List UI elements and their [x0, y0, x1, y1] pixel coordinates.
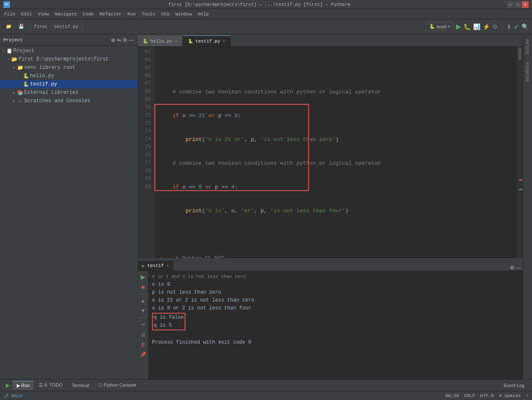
git-push-status[interactable]: ↑ — [526, 393, 529, 398]
menu-refactor[interactable]: Refactor — [97, 11, 124, 18]
menu-help[interactable]: Help — [195, 11, 211, 18]
footer-event-log-label: Event Log — [504, 383, 524, 388]
code-line-69 — [160, 231, 512, 239]
run-scroll-up[interactable]: ▲ — [139, 297, 147, 305]
footer-todo-tab[interactable]: ☰ 6: TODO — [35, 381, 67, 390]
breadcrumb-file[interactable]: testif.py — [54, 24, 79, 29]
run-options-button[interactable]: ⚙ — [492, 23, 498, 30]
run-wrap-button[interactable]: ↩ — [139, 320, 147, 329]
tab-testif-close[interactable]: ✕ — [223, 39, 225, 44]
line-separator[interactable]: CRLF — [464, 393, 475, 398]
debug-button[interactable]: 🐛 — [464, 23, 471, 30]
menu-navigate[interactable]: Navigate — [52, 11, 79, 18]
breadcrumb-first[interactable]: first — [34, 24, 48, 29]
footer-bar: ▶ ▶ Run ☰ 6: TODO Terminal ⬡ Python Cons… — [0, 379, 532, 391]
output-line-9: Process finished with exit code 0 — [152, 339, 519, 347]
footer-console-tab[interactable]: ⬡ Python Console — [94, 381, 141, 390]
menu-vcs[interactable]: VCS — [159, 11, 172, 18]
menu-code[interactable]: Code — [80, 11, 96, 18]
tab-hello-close[interactable]: ✕ — [175, 39, 177, 44]
menu-edit[interactable]: Edit — [18, 11, 34, 18]
footer-event-log-tab[interactable]: Event Log — [499, 381, 529, 390]
output-line-highlight-wrapper: q is false q is 5 — [152, 313, 185, 330]
run-print-button[interactable]: 🖨 — [139, 330, 147, 339]
run-tab-close[interactable]: ✕ — [166, 264, 168, 268]
toolbar-divider2 — [139, 317, 147, 318]
run-pin-button[interactable]: 📌 — [139, 350, 147, 359]
run-clear-button[interactable]: 🗑 — [139, 340, 147, 349]
footer-todo-label: ☰ 6: TODO — [39, 382, 63, 388]
indent-status[interactable]: 4 spaces — [499, 393, 521, 398]
vcs-update-button[interactable]: ⬇ — [507, 23, 512, 30]
run-scroll-down[interactable]: ▼ — [139, 307, 147, 315]
menu-view[interactable]: View — [35, 11, 51, 18]
search-everywhere-button[interactable]: 🔍 — [522, 23, 529, 30]
menu-file[interactable]: File — [2, 11, 18, 18]
menu-tools[interactable]: Tools — [139, 11, 158, 18]
bottom-settings-button[interactable]: ⚙ — [510, 265, 514, 271]
footer-terminal-tab[interactable]: Terminal — [68, 381, 94, 390]
menu-window[interactable]: Window — [173, 11, 195, 18]
tree-item-hello[interactable]: 🐍 hello.py — [0, 72, 137, 80]
code-line-64: if o == 21 or p >= 0: — [160, 112, 512, 120]
run-button[interactable]: ▶ — [456, 23, 461, 30]
panel-locate-button[interactable]: ⊕ — [111, 37, 115, 43]
footer-run-tab[interactable]: ▶ Run — [13, 381, 34, 390]
toolbar-separator-2 — [82, 23, 82, 31]
breadcrumb-arrow: › — [49, 24, 52, 29]
panel-settings-button[interactable]: ⚙ — [123, 37, 127, 43]
database-tab[interactable]: Database — [524, 58, 531, 85]
tree-item-venv[interactable]: ▶ 📁 venv library root — [0, 63, 137, 72]
code-line-70: ⊖ # Python IF NOT — [160, 254, 512, 258]
folder-first-icon: 📂 — [11, 56, 18, 63]
bottom-panel: ▶ testif ✕ ⚙ — ▶ ■ ▲ ▼ ↩ — [138, 258, 523, 379]
code-line-65: print('o is 21 or', p, 'is not less than… — [160, 136, 512, 143]
status-bar: ⎇ main 80:20 CRLF UTF-8 4 spaces ↑ — [0, 391, 532, 400]
output-line-6: q is false — [154, 314, 184, 322]
run-restart-button[interactable]: ▶ — [139, 273, 147, 281]
tree-label-venv: venv library root — [24, 65, 75, 70]
scview-tab[interactable]: SCView — [524, 36, 531, 58]
file-tree: ▾ 📋 Project ▾ 📂 first D:\pycharmprojects… — [0, 46, 137, 379]
project-sidebar: Project ⊕ ⇋ ⚙ — ▾ 📋 Project ▾ 📂 first D:… — [0, 34, 138, 379]
cursor-position[interactable]: 80:20 — [445, 393, 459, 398]
panel-collapse-button[interactable]: ⇋ — [117, 37, 121, 43]
window-controls: ─ □ ✕ — [507, 1, 529, 8]
file-testif-icon: 🐍 — [23, 81, 29, 88]
editor-content[interactable]: 63 64 65 66 67 68 69 70 71 72 73 74 75 7… — [138, 47, 523, 258]
tree-item-project[interactable]: ▾ 📋 Project — [0, 47, 137, 55]
panel-minimize-button[interactable]: — — [129, 37, 134, 43]
encoding[interactable]: UTF-8 — [480, 393, 494, 398]
editor-scrollbar[interactable] — [517, 47, 523, 258]
profile-button[interactable]: ⚡ — [483, 23, 490, 30]
footer-terminal-label: Terminal — [72, 383, 89, 388]
tree-item-first[interactable]: ▾ 📂 first D:\pycharmprojects\first — [0, 55, 137, 63]
git-branch-status[interactable]: ⎇ main — [3, 393, 23, 398]
tab-testif[interactable]: 🐍 testif.py ✕ — [183, 35, 231, 46]
file-hello-icon: 🐍 — [23, 73, 29, 79]
left-footer-tabs: ▶ ▶ Run ☰ 6: TODO Terminal ⬡ Python Cons… — [3, 381, 140, 390]
code-editor[interactable]: # combine two boolean conditions with py… — [155, 47, 517, 258]
menu-run[interactable]: Run — [125, 11, 138, 18]
tab-hello[interactable]: 🐍 hello.py ✕ — [138, 35, 183, 46]
bottom-minimize-button[interactable]: — — [516, 265, 521, 271]
coverage-button[interactable]: 📊 — [473, 23, 480, 30]
run-stop-button[interactable]: ■ — [139, 283, 147, 291]
tree-item-scratches[interactable]: ▶ ✏️ Scratches and Consoles — [0, 97, 137, 105]
vcs-commit-button[interactable]: ✔ — [514, 23, 519, 30]
footer-run-icon[interactable]: ▶ — [3, 381, 12, 390]
project-icon: 📋 — [6, 48, 13, 54]
menu-bar: File Edit View Navigate Code Refactor Ru… — [0, 9, 532, 19]
tree-label-extlib: External Libraries — [24, 90, 79, 96]
tree-item-testif[interactable]: 🐍 testif.py — [0, 80, 137, 88]
toolbar-save-button[interactable]: 💾 — [16, 23, 27, 30]
toolbar-open-button[interactable]: 📁 — [3, 23, 14, 30]
minimize-button[interactable]: ─ — [507, 1, 514, 8]
run-config-dropdown[interactable]: 🐍 testif ▾ — [426, 22, 453, 31]
tree-item-extlib[interactable]: ▶ 📚 External Libraries — [0, 88, 137, 97]
maximize-button[interactable]: □ — [514, 1, 521, 8]
output-line-5: o is 9 or 2 is not less than four — [152, 304, 519, 312]
run-tab[interactable]: ▶ testif ✕ — [138, 261, 173, 271]
close-button[interactable]: ✕ — [522, 1, 529, 8]
title-bar: PC first [D:\pycharmprojects\first] – ..… — [0, 0, 532, 9]
